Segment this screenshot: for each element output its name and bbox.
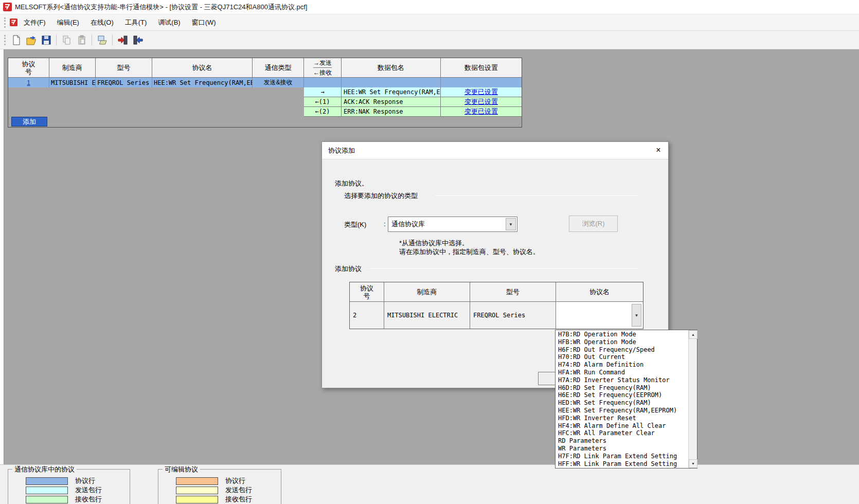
open-file-button[interactable]	[24, 33, 38, 47]
write-to-module-button[interactable]	[116, 33, 130, 47]
dropdown-option[interactable]: HFA:WR Run Command	[556, 369, 688, 376]
dropdown-option[interactable]: H70:RD Out Current	[556, 353, 688, 361]
toolbar-grip[interactable]	[4, 35, 7, 45]
header-protocol-name: 协议名	[556, 282, 643, 302]
header-protocol-no: 协议号	[8, 58, 49, 78]
melsoft-app-icon	[3, 3, 12, 11]
menu-file[interactable]: 文件(F)	[19, 16, 51, 29]
dropdown-option[interactable]: HF4:WR Alarm Define All Clear	[556, 422, 688, 430]
dropdown-option[interactable]: HFF:WR Link Param Extend Setting	[556, 460, 688, 468]
dialog-title-bar: 协议添加 ×	[322, 142, 668, 159]
add-protocol-button[interactable]: 添加	[11, 117, 47, 127]
header-protocol-no: 协议号	[350, 282, 384, 302]
protocol-name-combobox[interactable]: ▼	[556, 302, 643, 329]
editable-legend-group: 可编辑协议 协议行 发送包行 接收包行	[158, 469, 281, 504]
new-file-button[interactable]	[9, 33, 23, 47]
library-receive-row-swatch	[26, 496, 68, 503]
model-cell: FREQROL Series	[96, 78, 152, 87]
paste-button[interactable]	[75, 33, 88, 47]
dropdown-option[interactable]: H6F:RD Out Frequency/Speed	[556, 346, 688, 354]
dropdown-option[interactable]: RD Parameters	[556, 437, 688, 445]
toolbar-separator	[56, 34, 57, 46]
add-group-label: 添加协议	[335, 264, 362, 274]
legend-label: 协议行	[225, 476, 245, 485]
protocol-row-1[interactable]: 1 MITSUBISHI ELECTRIC FREQROL Series HEE…	[8, 78, 522, 87]
title-bar: MELSOFT系列<通信协议支持功能-串行通信模块> - [协议设置 - 三菱Q…	[0, 0, 859, 14]
editable-legend-title: 可编辑协议	[163, 465, 200, 474]
packet-name: HEE:WR Set Frequency(RAM,EEPROM)	[342, 87, 441, 97]
legend-panel: 通信协议库中的协议 协议行 发送包行 接收包行 可编辑协议 协议行 发送	[0, 464, 859, 504]
library-legend-group: 通信协议库中的协议 协议行 发送包行 接收包行	[8, 469, 130, 504]
menu-tools[interactable]: 工具(T)	[120, 16, 152, 29]
chevron-down-icon[interactable]: ▼	[506, 218, 516, 230]
dropdown-items: H7B:RD Operation Mode HFB:WR Operation M…	[556, 330, 688, 468]
empty-cell	[304, 78, 342, 87]
packet-direction: →	[304, 87, 342, 97]
type-combobox[interactable]: 通信协议库 ▼	[388, 217, 517, 232]
legend-label: 接收包行	[225, 495, 252, 504]
packet-setting-link[interactable]: 变更已设置	[464, 107, 498, 116]
dropdown-scrollbar[interactable]: ▲ ▼	[688, 330, 697, 468]
editable-protocol-row-swatch	[176, 477, 218, 485]
dropdown-option[interactable]: H7A:RD Inverter Status Monitor	[556, 376, 688, 384]
scroll-down-icon[interactable]: ▼	[689, 459, 697, 468]
type-group-label: 选择要添加的协议的类型	[344, 191, 418, 201]
legend-label: 发送包行	[225, 485, 252, 495]
header-receive: ←接收	[313, 68, 332, 77]
application-window: MELSOFT系列<通信协议支持功能-串行通信模块> - [协议设置 - 三菱Q…	[0, 0, 859, 504]
dropdown-option[interactable]: HFB:WR Operation Mode	[556, 338, 688, 346]
header-manufacturer: 制造商	[49, 58, 96, 78]
protocol-no-link[interactable]: 1	[27, 79, 30, 86]
scroll-up-icon[interactable]: ▲	[689, 330, 697, 339]
packet-row-receive-2: ←(2) ERR:NAK Response 变更已设置	[304, 107, 522, 117]
header-packet-setting: 数据包设置	[441, 58, 522, 78]
protocol-name-dropdown-list: H7B:RD Operation Mode HFB:WR Operation M…	[555, 330, 697, 469]
packet-setting-link[interactable]: 变更已设置	[464, 97, 498, 106]
comm-type-cell: 发送&接收	[253, 78, 304, 87]
dropdown-option[interactable]: HEE:WR Set Frequency(RAM,EEPROM)	[556, 407, 688, 415]
group-rule	[368, 268, 639, 269]
dropdown-option[interactable]: H74:RD Alarm Definition	[556, 361, 688, 369]
menu-bar: 文件(F) 编辑(E) 在线(O) 工具(T) 调试(B) 窗口(W)	[0, 14, 859, 31]
protocol-no-cell[interactable]: 1	[8, 78, 49, 87]
close-icon[interactable]: ×	[651, 143, 666, 157]
dropdown-option[interactable]: WR Parameters	[556, 445, 688, 453]
packet-name: ERR:NAK Response	[342, 107, 441, 116]
menu-online[interactable]: 在线(O)	[85, 16, 119, 29]
left-edge-strip	[0, 49, 4, 504]
menubar-grip[interactable]	[4, 17, 7, 28]
copy-button[interactable]	[60, 33, 74, 47]
dropdown-option[interactable]: H7F:RD Link Param Extend Setting	[556, 453, 688, 460]
paste-icon	[76, 34, 87, 46]
dialog-title: 协议添加	[328, 146, 355, 155]
dropdown-option[interactable]: HFC:WR All Parameter Clear	[556, 429, 688, 437]
dropdown-option[interactable]: HFD:WR Inverter Reset	[556, 415, 688, 422]
empty-cell	[342, 78, 441, 87]
dropdown-option[interactable]: HED:WR Set Frequency(RAM)	[556, 399, 688, 407]
library-protocol-row-swatch	[26, 477, 68, 485]
save-button[interactable]	[39, 33, 53, 47]
header-manufacturer: 制造商	[384, 282, 470, 302]
dropdown-option[interactable]: H7B:RD Operation Mode	[556, 331, 688, 338]
dialog-protocol-table: 协议号 制造商 型号 协议名 2 MITSUBISHI ELECTRIC FRE…	[349, 282, 643, 329]
module-config-button[interactable]	[95, 33, 109, 47]
dropdown-option[interactable]: H6D:RD Set Frequency(RAM)	[556, 384, 688, 392]
packet-direction: ←(1)	[304, 97, 342, 106]
menu-debug[interactable]: 调试(B)	[153, 16, 185, 29]
browse-button[interactable]: 浏览(R)	[569, 215, 618, 232]
header-comm-type: 通信类型	[253, 58, 304, 78]
menu-window[interactable]: 窗口(W)	[187, 16, 221, 29]
protocol-table-header: 协议号 制造商 型号 协议名 通信类型 →发送 ←接收 数据包名 数据包设置	[8, 58, 522, 78]
library-send-row-swatch	[26, 487, 68, 494]
empty-cell	[441, 78, 522, 87]
toolbar-separator	[112, 34, 113, 46]
menu-edit[interactable]: 编辑(E)	[52, 16, 84, 29]
read-from-module-button[interactable]	[131, 33, 145, 47]
chevron-down-icon[interactable]: ▼	[632, 304, 641, 327]
dropdown-option[interactable]: H6E:RD Set Frequency(EEPROM)	[556, 391, 688, 399]
manufacturer-cell: MITSUBISHI ELECTRIC	[49, 78, 96, 87]
legend-label: 接收包行	[75, 495, 102, 504]
packet-setting-cell: 变更已设置	[441, 87, 522, 97]
protocol-name-combobox-value	[556, 302, 643, 329]
packet-setting-link[interactable]: 变更已设置	[464, 87, 498, 97]
